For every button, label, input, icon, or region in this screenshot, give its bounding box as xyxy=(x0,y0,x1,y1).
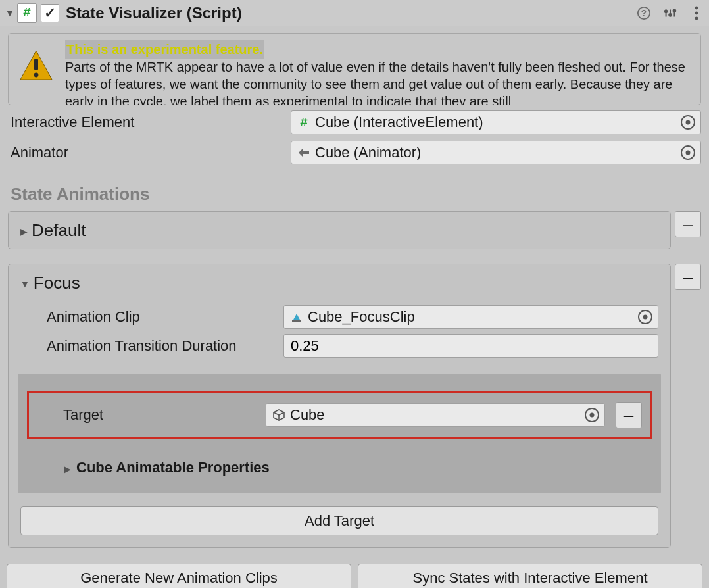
svg-marker-14 xyxy=(293,314,301,321)
transition-duration-row: Animation Transition Duration xyxy=(20,333,658,359)
foldout-icon xyxy=(20,223,28,238)
svg-point-6 xyxy=(669,13,672,16)
svg-point-5 xyxy=(665,10,668,12)
state-focus: Focus Animation Clip Cube_FocusClip xyxy=(8,264,671,548)
component-enabled-checkbox[interactable] xyxy=(41,4,59,22)
transition-duration-input[interactable] xyxy=(283,334,658,358)
state-focus-title: Focus xyxy=(34,273,80,293)
kebab-menu-icon[interactable] xyxy=(688,5,705,22)
presets-icon[interactable] xyxy=(662,5,679,22)
target-block: Target Cube – xyxy=(18,374,661,493)
remove-state-button[interactable]: – xyxy=(675,264,701,290)
gameobject-icon xyxy=(272,408,286,422)
svg-point-9 xyxy=(695,11,698,14)
generate-clips-button[interactable]: Generate New Animation Clips xyxy=(7,564,351,588)
interactive-element-label: Interactive Element xyxy=(8,114,291,131)
interactive-element-row: Interactive Element # Cube (InteractiveE… xyxy=(8,109,701,135)
svg-rect-15 xyxy=(292,320,301,322)
object-picker-icon[interactable] xyxy=(585,408,599,422)
help-icon[interactable]: ? xyxy=(635,5,652,22)
warning-text: This is an experimental feature. Parts o… xyxy=(65,40,690,105)
foldout-icon xyxy=(20,276,30,291)
animatable-properties-label: Cube Animatable Properties xyxy=(76,459,270,476)
svg-point-13 xyxy=(34,73,39,78)
header-icon-group: ? xyxy=(635,5,705,22)
experimental-headline: This is an experimental feature. xyxy=(65,40,264,59)
footer-buttons: Generate New Animation Clips Sync States… xyxy=(7,564,702,588)
state-default-header[interactable]: Default xyxy=(9,212,670,249)
transition-duration-label: Animation Transition Duration xyxy=(20,337,283,355)
object-picker-icon[interactable] xyxy=(681,145,695,160)
experimental-body: Parts of the MRTK appear to have a lot o… xyxy=(65,60,685,105)
svg-point-10 xyxy=(695,16,698,20)
svg-rect-12 xyxy=(34,59,38,70)
state-visualizer-component: # State Visualizer (Script) ? This is an… xyxy=(0,0,709,588)
animation-clip-label: Animation Clip xyxy=(20,308,283,326)
warning-icon xyxy=(19,40,53,81)
target-value: Cube xyxy=(290,406,581,424)
svg-point-8 xyxy=(695,6,698,9)
object-picker-icon[interactable] xyxy=(681,115,695,130)
svg-text:?: ? xyxy=(641,8,647,18)
animation-clip-value: Cube_FocusClip xyxy=(308,308,634,326)
sync-states-button[interactable]: Sync States with Interactive Element xyxy=(358,564,702,588)
svg-point-7 xyxy=(673,9,676,12)
animator-row: Animator Cube (Animator) xyxy=(8,139,701,166)
state-default: Default xyxy=(8,211,671,249)
foldout-icon xyxy=(64,460,71,476)
state-focus-header[interactable]: Focus xyxy=(9,264,670,301)
script-mini-icon: # xyxy=(297,115,311,130)
animclip-icon xyxy=(289,311,304,323)
experimental-warning: This is an experimental feature. Parts o… xyxy=(8,33,701,105)
target-label: Target xyxy=(37,406,260,424)
remove-target-button[interactable]: – xyxy=(616,402,642,428)
state-default-title: Default xyxy=(32,220,86,241)
interactive-element-field[interactable]: # Cube (InteractiveElement) xyxy=(291,110,701,134)
state-animations-heading: State Animations xyxy=(11,184,701,205)
target-field[interactable]: Cube xyxy=(266,403,605,427)
target-highlight: Target Cube – xyxy=(27,391,652,439)
object-picker-icon[interactable] xyxy=(638,310,652,324)
animation-clip-field[interactable]: Cube_FocusClip xyxy=(283,305,658,329)
component-foldout-toggle[interactable] xyxy=(3,8,17,18)
component-title: State Visualizer (Script) xyxy=(66,4,635,22)
interactive-element-value: Cube (InteractiveElement) xyxy=(315,114,677,131)
add-target-button[interactable]: Add Target xyxy=(20,506,658,535)
animator-label: Animator xyxy=(8,144,291,161)
animation-clip-row: Animation Clip Cube_FocusClip xyxy=(20,304,658,330)
animator-value: Cube (Animator) xyxy=(315,144,677,161)
script-icon: # xyxy=(17,3,37,23)
remove-state-button[interactable]: – xyxy=(675,211,701,237)
animatable-properties-foldout[interactable]: Cube Animatable Properties xyxy=(27,459,652,476)
component-header: # State Visualizer (Script) ? xyxy=(0,0,709,26)
animator-mini-icon xyxy=(297,147,311,159)
animator-field[interactable]: Cube (Animator) xyxy=(291,141,701,164)
